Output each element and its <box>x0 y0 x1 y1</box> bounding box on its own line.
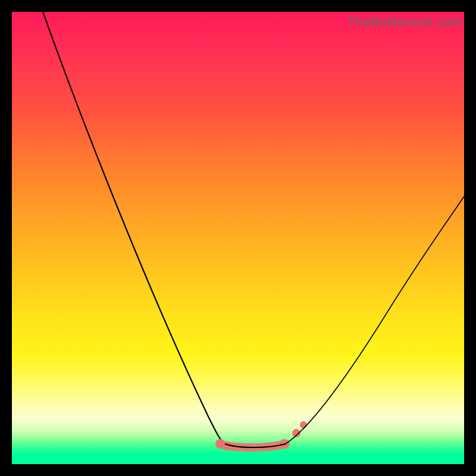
curve-right-limb <box>286 196 464 444</box>
curve-left-limb <box>43 12 225 444</box>
chart-frame: TheBottleneck.com <box>0 0 476 476</box>
optimal-band-dot <box>223 442 231 450</box>
optimal-band-dot <box>300 421 307 428</box>
chart-overlay <box>12 12 464 464</box>
